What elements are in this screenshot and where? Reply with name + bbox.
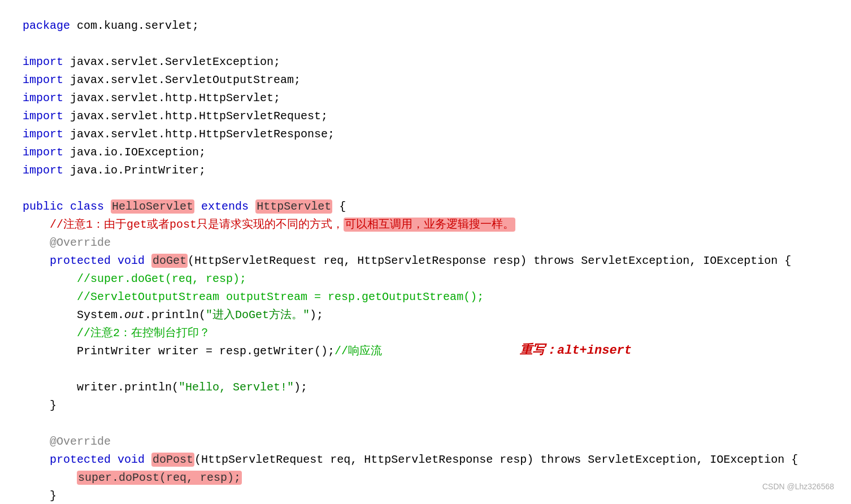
writer-println-line: writer.println("Hello, Servlet!");	[23, 379, 828, 397]
comment1-line: //注意1：由于get或者post只是请求实现的不同的方式，可以相互调用，业务逻…	[23, 216, 828, 234]
blank-line-2	[23, 180, 828, 198]
close-dopost-line: }	[23, 487, 828, 504]
super-dopost-line: super.doPost(req, resp);	[23, 469, 828, 487]
import-line-1: import javax.servlet.ServletException;	[23, 53, 828, 71]
override1-line: @Override	[23, 234, 828, 252]
import-line-4: import javax.servlet.http.HttpServletReq…	[23, 107, 828, 125]
import-line-7: import java.io.PrintWriter;	[23, 162, 828, 180]
blank-line-3	[23, 415, 828, 433]
close-doget-line: }	[23, 397, 828, 415]
comment-outputstream: //ServletOutputStream outputStream = res…	[23, 288, 828, 306]
import-line-2: import javax.servlet.ServletOutputStream…	[23, 71, 828, 89]
comment-note2: //注意2：在控制台打印？	[23, 324, 828, 342]
import-line-6: import java.io.IOException;	[23, 144, 828, 162]
printwriter-line: PrintWriter writer = resp.getWriter();//…	[23, 342, 828, 379]
override2-line: @Override	[23, 433, 828, 451]
system-out-line: System.out.println("进入DoGet方法。");	[23, 306, 828, 324]
watermark: CSDN @Lhz326568	[762, 480, 834, 493]
package-line: package com.kuang.servlet;	[23, 17, 828, 35]
dopost-method-line: protected void doPost(HttpServletRequest…	[23, 451, 828, 469]
import-line-3: import javax.servlet.http.HttpServlet;	[23, 89, 828, 107]
doget-method-line: protected void doGet(HttpServletRequest …	[23, 252, 828, 270]
import-line-5: import javax.servlet.http.HttpServletRes…	[23, 125, 828, 144]
class-decl-line: public class HelloServlet extends HttpSe…	[23, 198, 828, 216]
comment-super-doget: //super.doGet(req, resp);	[23, 270, 828, 288]
blank-line-1	[23, 35, 828, 53]
code-editor: package com.kuang.servlet; import javax.…	[23, 17, 828, 504]
